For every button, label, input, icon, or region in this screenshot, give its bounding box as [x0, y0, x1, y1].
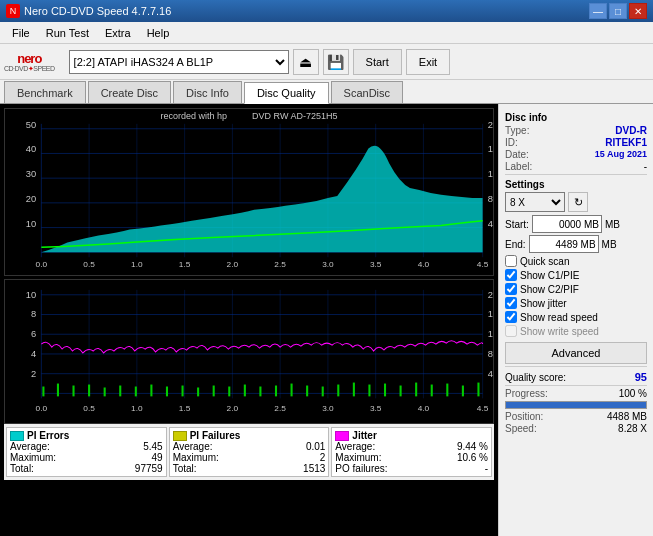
exit-button[interactable]: Exit: [406, 49, 450, 75]
drive-select[interactable]: [2:2] ATAPI iHAS324 A BL1P: [69, 50, 289, 74]
show-jitter-checkbox[interactable]: [505, 297, 517, 309]
show-jitter-row: Show jitter: [505, 297, 647, 309]
speed-row: 8 X ↻: [505, 192, 647, 212]
svg-rect-75: [400, 386, 402, 397]
svg-rect-79: [462, 386, 464, 397]
main-content: recorded with hp DVD RW AD-7251H5: [0, 104, 653, 536]
svg-text:16: 16: [488, 310, 493, 320]
svg-rect-74: [384, 384, 386, 397]
toolbar: nero CD·DVD✦SPEED [2:2] ATAPI iHAS324 A …: [0, 44, 653, 80]
svg-rect-53: [57, 384, 59, 397]
title-bar: N Nero CD-DVD Speed 4.7.7.16 — □ ✕: [0, 0, 653, 22]
pi-failures-max-row: Maximum: 2: [173, 452, 326, 463]
svg-text:12: 12: [488, 329, 493, 339]
pi-failures-avg-row: Average: 0.01: [173, 441, 326, 452]
svg-text:4.0: 4.0: [418, 404, 430, 413]
menu-run-test[interactable]: Run Test: [38, 25, 97, 41]
jitter-header: Jitter: [335, 430, 488, 441]
svg-text:4.5: 4.5: [477, 260, 489, 269]
app-title: Nero CD-DVD Speed 4.7.7.16: [24, 5, 171, 17]
svg-text:1.0: 1.0: [131, 404, 143, 413]
svg-rect-52: [42, 387, 44, 397]
svg-rect-68: [291, 384, 293, 397]
jitter-legend: [335, 431, 349, 441]
svg-text:0.5: 0.5: [83, 260, 95, 269]
svg-text:1.5: 1.5: [179, 260, 191, 269]
po-failures-row: PO failures: -: [335, 463, 488, 474]
quick-scan-checkbox[interactable]: [505, 255, 517, 267]
svg-rect-70: [322, 387, 324, 397]
svg-rect-58: [135, 387, 137, 397]
show-c2pif-checkbox[interactable]: [505, 283, 517, 295]
svg-rect-80: [477, 383, 479, 397]
tab-disc-quality[interactable]: Disc Quality: [244, 82, 329, 104]
settings-title: Settings: [505, 179, 647, 190]
speed-select[interactable]: 8 X: [505, 192, 565, 212]
settings-section: Settings 8 X ↻ Start: MB End: MB: [505, 179, 647, 364]
minimize-button[interactable]: —: [589, 3, 607, 19]
svg-text:2.5: 2.5: [274, 404, 286, 413]
start-button[interactable]: Start: [353, 49, 402, 75]
svg-text:4.5: 4.5: [477, 404, 489, 413]
position-row: Position: 4488 MB: [505, 411, 647, 422]
pi-failures-legend: [173, 431, 187, 441]
svg-rect-64: [228, 387, 230, 397]
svg-rect-67: [275, 386, 277, 397]
menu-help[interactable]: Help: [139, 25, 178, 41]
svg-rect-62: [197, 387, 199, 396]
disc-type-row: Type: DVD-R: [505, 125, 647, 136]
progress-row: Progress: 100 %: [505, 388, 647, 399]
refresh-button[interactable]: ↻: [568, 192, 588, 212]
disc-id-row: ID: RITEKF1: [505, 137, 647, 148]
start-input[interactable]: [532, 215, 602, 233]
svg-rect-71: [337, 385, 339, 397]
end-input[interactable]: [529, 235, 599, 253]
svg-rect-60: [166, 387, 168, 397]
svg-text:3.5: 3.5: [370, 260, 382, 269]
disc-info-section: Disc info Type: DVD-R ID: RITEKF1 Date: …: [505, 112, 647, 172]
eject-icon-button[interactable]: ⏏: [293, 49, 319, 75]
svg-text:8: 8: [488, 194, 493, 204]
svg-text:10: 10: [26, 219, 36, 229]
svg-text:20: 20: [26, 194, 36, 204]
pi-failures-total-row: Total: 1513: [173, 463, 326, 474]
svg-text:8: 8: [31, 310, 36, 320]
logo-area: nero CD·DVD✦SPEED: [4, 52, 61, 72]
menu-bar: File Run Test Extra Help: [0, 22, 653, 44]
menu-extra[interactable]: Extra: [97, 25, 139, 41]
svg-rect-72: [353, 383, 355, 397]
svg-rect-78: [446, 384, 448, 397]
jitter-avg-row: Average: 9.44 %: [335, 441, 488, 452]
maximize-button[interactable]: □: [609, 3, 627, 19]
jitter-max-row: Maximum: 10.6 %: [335, 452, 488, 463]
tab-benchmark[interactable]: Benchmark: [4, 81, 86, 103]
advanced-button[interactable]: Advanced: [505, 342, 647, 364]
svg-rect-63: [213, 386, 215, 397]
svg-rect-65: [244, 385, 246, 397]
tab-scan-disc[interactable]: ScanDisc: [331, 81, 403, 103]
show-c1pie-row: Show C1/PIE: [505, 269, 647, 281]
top-chart: recorded with hp DVD RW AD-7251H5: [4, 108, 494, 276]
svg-rect-55: [88, 385, 90, 397]
show-write-speed-row: Show write speed: [505, 325, 647, 337]
start-row: Start: MB: [505, 215, 647, 233]
tab-create-disc[interactable]: Create Disc: [88, 81, 171, 103]
show-c1pie-checkbox[interactable]: [505, 269, 517, 281]
save-icon-button[interactable]: 💾: [323, 49, 349, 75]
svg-text:0.5: 0.5: [83, 404, 95, 413]
svg-text:3.0: 3.0: [322, 404, 334, 413]
close-button[interactable]: ✕: [629, 3, 647, 19]
menu-file[interactable]: File: [4, 25, 38, 41]
svg-rect-59: [150, 385, 152, 397]
progress-section: Progress: 100 % Position: 4488 MB Speed:…: [505, 388, 647, 434]
show-read-speed-checkbox[interactable]: [505, 311, 517, 323]
tab-disc-info[interactable]: Disc Info: [173, 81, 242, 103]
jitter-stats: Jitter Average: 9.44 % Maximum: 10.6 % P…: [331, 427, 492, 477]
svg-rect-54: [72, 386, 74, 397]
pi-errors-legend: [10, 431, 24, 441]
svg-text:20: 20: [488, 290, 493, 300]
svg-text:6: 6: [31, 329, 36, 339]
speed-row: Speed: 8.28 X: [505, 423, 647, 434]
show-write-speed-checkbox: [505, 325, 517, 337]
svg-rect-61: [182, 386, 184, 397]
